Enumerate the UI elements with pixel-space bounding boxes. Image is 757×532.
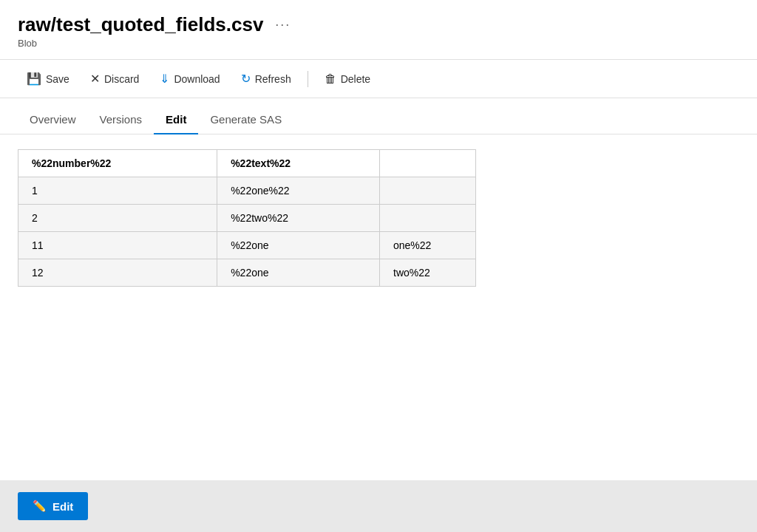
table-header-row: %22number%22 %22text%22 <box>18 150 476 177</box>
discard-button[interactable]: ✕ Discard <box>81 67 148 90</box>
title-row: raw/test_quoted_fields.csv ··· <box>18 13 739 36</box>
download-icon: ⇓ <box>160 72 169 86</box>
discard-label: Discard <box>104 73 139 85</box>
delete-icon: 🗑 <box>325 72 336 86</box>
toolbar: 💾 Save ✕ Discard ⇓ Download ↻ Refresh 🗑 … <box>0 59 757 98</box>
tab-edit[interactable]: Edit <box>154 106 198 134</box>
cell-2-1: 2 <box>18 205 217 232</box>
refresh-button[interactable]: ↻ Refresh <box>232 67 300 90</box>
cell-1-3 <box>380 177 476 205</box>
table-row: 12 %22one two%22 <box>18 259 476 287</box>
edit-button-label: Edit <box>52 500 73 513</box>
delete-button[interactable]: 🗑 Delete <box>316 68 379 90</box>
cell-3-1: 11 <box>18 232 217 259</box>
delete-label: Delete <box>341 73 370 85</box>
refresh-label: Refresh <box>255 73 291 85</box>
column-header-number: %22number%22 <box>18 150 217 177</box>
cell-4-1: 12 <box>18 259 217 287</box>
footer-bar: ✏️ Edit <box>0 480 757 532</box>
cell-1-2: %22one%22 <box>217 177 380 205</box>
save-button[interactable]: 💾 Save <box>18 67 78 90</box>
tabs: Overview Versions Edit Generate SAS <box>0 106 757 134</box>
edit-pencil-icon: ✏️ <box>33 499 47 513</box>
discard-icon: ✕ <box>90 72 100 86</box>
refresh-icon: ↻ <box>241 72 251 86</box>
page-container: raw/test_quoted_fields.csv ··· Blob 💾 Sa… <box>0 0 757 532</box>
page-title: raw/test_quoted_fields.csv <box>18 13 263 36</box>
cell-3-2: %22one <box>217 232 380 259</box>
cell-2-3 <box>380 205 476 232</box>
blob-subtitle: Blob <box>18 38 739 49</box>
tab-versions[interactable]: Versions <box>88 106 155 134</box>
column-header-empty <box>380 150 476 177</box>
download-label: Download <box>174 73 220 85</box>
column-header-text: %22text%22 <box>217 150 380 177</box>
cell-2-2: %22two%22 <box>217 205 380 232</box>
edit-button[interactable]: ✏️ Edit <box>18 492 88 520</box>
table-row: 1 %22one%22 <box>18 177 476 205</box>
download-button[interactable]: ⇓ Download <box>151 67 228 90</box>
table-row: 11 %22one one%22 <box>18 232 476 259</box>
table-row: 2 %22two%22 <box>18 205 476 232</box>
cell-1-1: 1 <box>18 177 217 205</box>
tab-overview[interactable]: Overview <box>18 106 88 134</box>
more-options-icon[interactable]: ··· <box>271 14 295 35</box>
header: raw/test_quoted_fields.csv ··· Blob <box>0 0 757 59</box>
content-area: %22number%22 %22text%22 1 %22one%22 2 %2… <box>0 134 757 480</box>
save-label: Save <box>46 73 69 85</box>
cell-4-2: %22one <box>217 259 380 287</box>
data-table: %22number%22 %22text%22 1 %22one%22 2 %2… <box>18 149 476 287</box>
cell-4-3: two%22 <box>380 259 476 287</box>
tab-generate-sas[interactable]: Generate SAS <box>198 106 293 134</box>
cell-3-3: one%22 <box>380 232 476 259</box>
save-icon: 💾 <box>27 72 41 86</box>
toolbar-separator <box>308 71 308 87</box>
